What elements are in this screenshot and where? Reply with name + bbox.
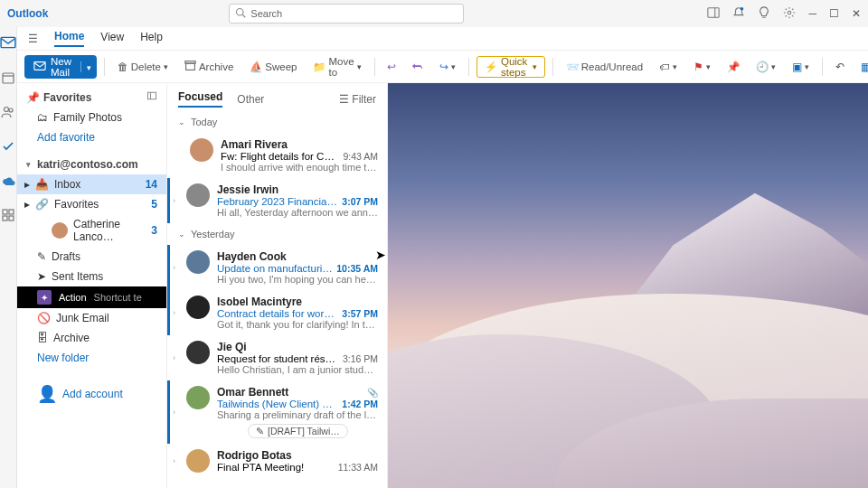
avatar: [52, 222, 68, 239]
new-mail-button[interactable]: New Mail ▾: [24, 55, 97, 79]
settings-icon[interactable]: [783, 6, 796, 22]
tab-focused[interactable]: Focused: [178, 90, 222, 108]
reply-button[interactable]: ↩: [382, 55, 401, 79]
subject: Fw: Flight details for Catherine's gr…: [221, 151, 339, 162]
folder-drafts[interactable]: ✎Drafts: [17, 247, 166, 267]
tab-other[interactable]: Other: [237, 93, 264, 106]
minimize-icon[interactable]: ─: [808, 7, 816, 20]
flag-button[interactable]: ⚑▾: [688, 55, 716, 79]
reply-all-button[interactable]: ⮪: [407, 55, 429, 79]
collapse-icon[interactable]: [146, 90, 157, 104]
folder-sent[interactable]: ➤Sent Items: [17, 267, 166, 286]
read-unread-button[interactable]: 📨Read/Unread: [561, 55, 648, 79]
calendar-rail-icon[interactable]: [1, 70, 15, 89]
drafts-icon: ✎: [37, 250, 46, 263]
message-item[interactable]: › Jie Qi Request for student résumé revi…: [167, 335, 387, 380]
new-mail-split[interactable]: ▾: [80, 61, 97, 72]
draft-chip[interactable]: ✎[DRAFT] Tailwi…: [248, 424, 348, 438]
message-item[interactable]: › Jessie Irwin February 2023 Financial R…: [167, 178, 387, 223]
account-header[interactable]: katri@contoso.com: [37, 158, 138, 171]
timestamp: 9:43 AM: [343, 151, 378, 162]
new-folder-label: New folder: [37, 352, 89, 364]
mail-rail-icon[interactable]: [0, 34, 16, 54]
reply-all-icon: ⮪: [412, 61, 423, 72]
filter-icon: ☰: [339, 93, 349, 106]
folder-junk[interactable]: 🚫Junk Email: [17, 308, 166, 328]
pin-button[interactable]: 📌: [722, 55, 745, 79]
filter-button[interactable]: ☰Filter: [339, 93, 376, 106]
folder-favorites[interactable]: ▸🔗Favorites5: [17, 194, 166, 214]
apps-rail-icon[interactable]: [1, 208, 15, 226]
svg-rect-16: [34, 61, 45, 70]
archive-icon: [184, 60, 196, 73]
junk-icon: 🚫: [37, 312, 51, 324]
timestamp: 3:57 PM: [342, 308, 378, 319]
notifications-icon[interactable]: [732, 6, 745, 22]
tag-button[interactable]: 🏷▾: [654, 55, 683, 79]
todo-rail-icon[interactable]: [1, 139, 15, 157]
folder-archive[interactable]: 🗄Archive: [17, 328, 166, 348]
maximize-icon[interactable]: ☐: [829, 7, 839, 20]
add-account-link[interactable]: 👤Add account: [17, 380, 166, 408]
archive-button[interactable]: Archive: [179, 55, 239, 79]
svg-point-11: [9, 108, 13, 112]
move-to-button[interactable]: 📁Move to▾: [307, 55, 366, 79]
close-icon[interactable]: ✕: [852, 7, 861, 20]
message-item[interactable]: › Hayden Cook Update on manufacturing pl…: [167, 245, 387, 290]
quick-steps-button[interactable]: ⚡Quick steps▾: [476, 56, 545, 78]
folder-icon: 🗂: [37, 111, 48, 124]
hamburger-icon[interactable]: ☰: [28, 33, 38, 45]
chevron-right-icon[interactable]: ▸: [24, 198, 30, 211]
tab-help[interactable]: Help: [140, 31, 163, 46]
folder-label: Junk Email: [56, 312, 109, 324]
message-item[interactable]: › Isobel Macintyre Contract details for …: [167, 290, 387, 335]
group-today[interactable]: ⌄Today: [167, 111, 387, 133]
forward-button[interactable]: ↪▾: [434, 55, 461, 79]
panel-icon[interactable]: [707, 6, 720, 22]
snooze-button[interactable]: 🕘▾: [750, 55, 781, 79]
preview: Hello Christian, I am a junior studying …: [217, 364, 378, 375]
group-label: Yesterday: [191, 229, 235, 239]
chevron-right-icon[interactable]: ›: [173, 263, 175, 272]
chevron-right-icon[interactable]: ›: [173, 408, 175, 417]
search-icon: [235, 7, 246, 20]
delete-button[interactable]: 🗑Delete▾: [112, 55, 174, 79]
search-box[interactable]: Search: [229, 4, 464, 23]
timestamp: 10:35 AM: [336, 263, 378, 274]
chevron-down-icon[interactable]: ▾: [26, 160, 31, 169]
chevron-right-icon[interactable]: ›: [173, 353, 175, 362]
chevron-right-icon[interactable]: ›: [173, 196, 175, 205]
svg-rect-15: [9, 216, 14, 221]
new-folder-link[interactable]: New folder: [17, 348, 166, 368]
immersive-button[interactable]: ▦: [855, 55, 868, 79]
people-rail-icon[interactable]: [1, 105, 15, 123]
tab-home[interactable]: Home: [54, 30, 84, 47]
favorites-header[interactable]: Favorites: [43, 91, 91, 104]
tab-view[interactable]: View: [100, 31, 124, 46]
svg-rect-14: [3, 216, 7, 221]
folder-family-photos[interactable]: 🗂Family Photos: [17, 108, 166, 127]
flag-icon: ⚑: [693, 61, 703, 73]
add-favorite-link[interactable]: Add favorite: [17, 127, 166, 147]
avatar: [186, 449, 210, 473]
chevron-right-icon[interactable]: ▸: [24, 178, 30, 191]
reply-icon: ↩: [387, 61, 396, 73]
group-yesterday[interactable]: ⌄Yesterday: [167, 223, 387, 245]
addin-button[interactable]: ▣▾: [787, 55, 815, 79]
message-item[interactable]: › Omar Bennett📎 Tailwinds (New Client) C…: [167, 380, 387, 444]
sweep-button[interactable]: ⛵Sweep: [244, 55, 302, 79]
cloud-rail-icon[interactable]: [1, 174, 15, 192]
avatar: [186, 341, 210, 364]
message-item[interactable]: › Rodrigo Botas Final PTA Meeting!11:33 …: [167, 444, 387, 478]
undo-button[interactable]: ↶: [830, 55, 850, 79]
sender: Rodrigo Botas: [217, 449, 292, 462]
chevron-right-icon[interactable]: ›: [173, 308, 175, 317]
clock-icon: 🕘: [756, 61, 769, 73]
lightbulb-icon[interactable]: [758, 6, 770, 22]
folder-catherine[interactable]: Catherine Lanco…3: [17, 214, 166, 247]
folder-label: Favorites: [54, 198, 99, 211]
message-item[interactable]: Amari Rivera Fw: Flight details for Cath…: [167, 133, 387, 178]
action-shortcut[interactable]: ✦ActionShortcut te: [17, 286, 166, 308]
folder-inbox[interactable]: ▸📥Inbox14: [17, 174, 166, 194]
chevron-right-icon[interactable]: ›: [173, 456, 175, 465]
